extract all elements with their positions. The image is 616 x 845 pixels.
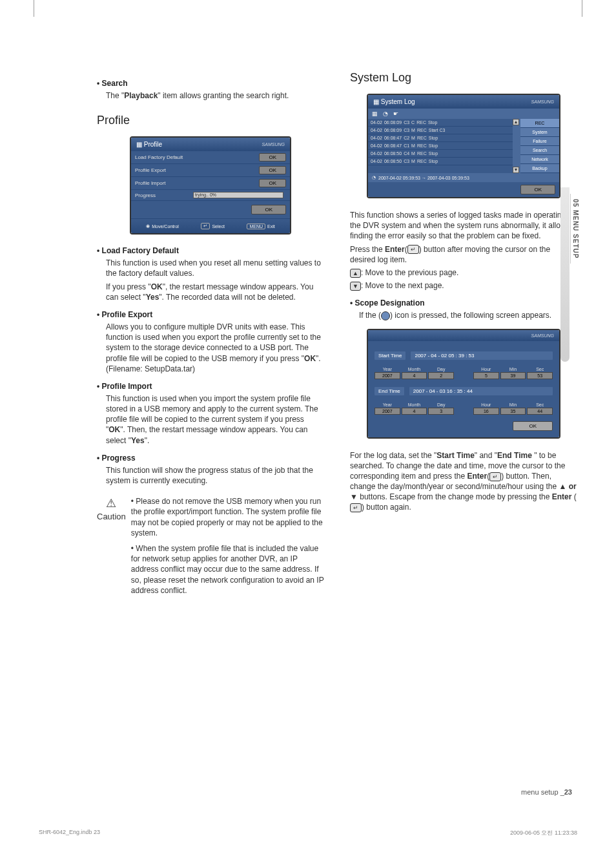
syslog-p1: This function shows a series of logged t… — [350, 210, 577, 242]
log-list: 04-0206:08:09C3CRECStop 04-0206:08:09C3M… — [368, 119, 513, 173]
pe-p1: Allows you to configure multiple DVR uni… — [106, 322, 324, 374]
progress-bar: trying.. 0% — [193, 192, 283, 198]
log-toolbar: ▦ ◔ ☛ — [368, 109, 559, 119]
side-tab-label: 05 MENU SETUP — [570, 194, 580, 264]
min-field[interactable]: 35 — [500, 408, 526, 415]
clock-icon: ◔ — [372, 175, 376, 180]
filter-backup[interactable]: Backup — [520, 164, 559, 173]
scope-head: Scope Designation — [350, 298, 577, 308]
ok-button[interactable]: OK — [259, 179, 286, 187]
brand-logo: SAMSUNG — [531, 333, 554, 338]
year-field[interactable]: 2007 — [375, 372, 400, 379]
print-right: 2009-06-05 오전 11:23:38 — [510, 829, 577, 837]
log-row: 04-0206:08:50C4MRECStop — [368, 150, 513, 158]
log-row: 04-0206:08:09C3CRECStop — [368, 119, 513, 127]
enter-key-icon: ↵ — [489, 472, 501, 481]
start-time-value: 2007 - 04 - 02 05 : 39 : 53 — [411, 351, 553, 360]
prog-head: Progress — [97, 454, 324, 463]
ok-button[interactable]: OK — [513, 421, 553, 431]
brand-logo: SAMSUNG — [262, 142, 285, 147]
ok-button[interactable]: OK — [259, 153, 286, 162]
side-tab-shade — [560, 187, 570, 362]
profile-ui-title: ▦ Profile — [136, 141, 162, 148]
filter-system[interactable]: System — [520, 128, 559, 137]
search-body: The "Playback" item allows granting the … — [106, 90, 324, 101]
lfd-p1: This function is used when you reset all… — [106, 258, 324, 278]
hint-select: ↵ Select — [201, 223, 224, 229]
systemlog-heading: System Log — [350, 71, 577, 85]
profile-heading: Profile — [97, 114, 324, 127]
scope-ui-screenshot: SAMSUNG Start Time 2007 - 04 - 02 05 : 3… — [367, 329, 560, 439]
end-time-value: 2007 - 04 - 03 16 : 35 : 44 — [409, 387, 553, 395]
filter-failure[interactable]: Failure — [520, 137, 559, 146]
lfd-p2: If you press "OK", the restart message w… — [106, 282, 324, 302]
caution-label: Caution — [97, 512, 126, 521]
log-row: 04-0206:08:09C3MRECStart C3 — [368, 127, 513, 134]
brand-logo: SAMSUNG — [531, 99, 554, 104]
end-time-label: End Time — [375, 387, 404, 395]
systemlog-ui-title: ▦ System Log — [373, 98, 415, 105]
caution-block: ⚠ Caution Please do not remove the USB m… — [97, 496, 324, 601]
log-row: 04-0206:08:47C1MRECStop — [368, 142, 513, 150]
syslog-prev: ▲: Move to the previous page. — [350, 267, 577, 278]
grid-icon[interactable]: ▦ — [372, 110, 378, 117]
sec-field[interactable]: 53 — [527, 372, 553, 379]
scope-p5: For the log data, set the "Start Time" a… — [350, 450, 577, 513]
search-head: Search — [97, 79, 324, 88]
ok-button[interactable]: OK — [259, 166, 286, 174]
start-time-label: Start Time — [375, 351, 406, 360]
pi-head: Profile Import — [97, 382, 324, 391]
enter-key-icon: ↵ — [407, 245, 419, 254]
syslog-next: ▼: Move to the next page. — [350, 280, 577, 291]
pointer-icon[interactable]: ☛ — [393, 110, 398, 117]
caution-item-2: When the system profile file that is inc… — [131, 543, 324, 596]
systemlog-ui-screenshot: ▦ System Log SAMSUNG ▦ ◔ ☛ 04-0206:08:09… — [367, 94, 560, 198]
print-left: SHR-6042_Eng.indb 23 — [39, 829, 100, 837]
ok-button[interactable]: OK — [251, 205, 286, 214]
hint-exit: MENU Exit — [247, 223, 274, 229]
log-row: 04-0206:08:50C3MRECStop — [368, 158, 513, 165]
clock-icon — [381, 311, 390, 320]
ok-button[interactable]: OK — [520, 185, 555, 194]
enter-key-icon: ↵ — [201, 223, 210, 229]
prog-p: This function will show the progress sta… — [106, 465, 324, 486]
hint-move: ◉ Move/Control — [146, 223, 179, 229]
pe-head: Profile Export — [97, 310, 324, 319]
log-timerange: ◔ 2007-04-02 05:39:53 → 2007-04-03 05:39… — [368, 173, 559, 182]
right-column: System Log ▦ System Log SAMSUNG ▦ ◔ ☛ 04… — [350, 71, 577, 601]
hour-field[interactable]: 5 — [473, 372, 499, 379]
pi-p1: This function is used when you import th… — [106, 393, 324, 446]
syslog-p2: Press the Enter(↵) button after moving t… — [350, 244, 577, 265]
log-side-filter: REC System Failure Search Network Backup — [520, 119, 559, 173]
down-arrow-icon: ▼ — [350, 282, 361, 291]
page-footer: menu setup _23 — [521, 788, 572, 796]
profile-ui-screenshot: ▦ Profile SAMSUNG Load Factory DefaultOK… — [130, 136, 291, 235]
filter-network[interactable]: Network — [520, 155, 559, 164]
enter-key-icon: ↵ — [350, 503, 362, 512]
month-field[interactable]: 4 — [402, 372, 427, 379]
day-field[interactable]: 2 — [428, 372, 454, 379]
scroll-down-icon[interactable]: ▼ — [513, 167, 519, 173]
left-column: Search The "Playback" item allows granti… — [97, 71, 324, 601]
clock-icon[interactable]: ◔ — [383, 110, 388, 117]
up-arrow-icon: ▲ — [350, 269, 361, 278]
filter-rec[interactable]: REC — [520, 119, 559, 128]
menu-key-icon: MENU — [247, 224, 265, 229]
year-field[interactable]: 2007 — [375, 408, 400, 415]
caution-item-1: Please do not remove the USB memory when… — [131, 496, 324, 538]
day-field[interactable]: 3 — [428, 408, 454, 415]
lfd-head: Load Factory Default — [97, 246, 324, 255]
log-row: 04-0206:08:47C2MRECStop — [368, 134, 513, 142]
hour-field[interactable]: 16 — [473, 408, 499, 415]
min-field[interactable]: 39 — [500, 372, 526, 379]
sec-field[interactable]: 44 — [527, 408, 553, 415]
scope-p1: If the () icon is pressed, the following… — [359, 310, 577, 320]
month-field[interactable]: 4 — [402, 408, 427, 415]
scroll-up-icon[interactable]: ▲ — [513, 119, 519, 125]
print-footer: SHR-6042_Eng.indb 23 2009-06-05 오전 11:23… — [39, 829, 577, 837]
warning-icon: ⚠ — [97, 496, 126, 510]
filter-search[interactable]: Search — [520, 146, 559, 155]
